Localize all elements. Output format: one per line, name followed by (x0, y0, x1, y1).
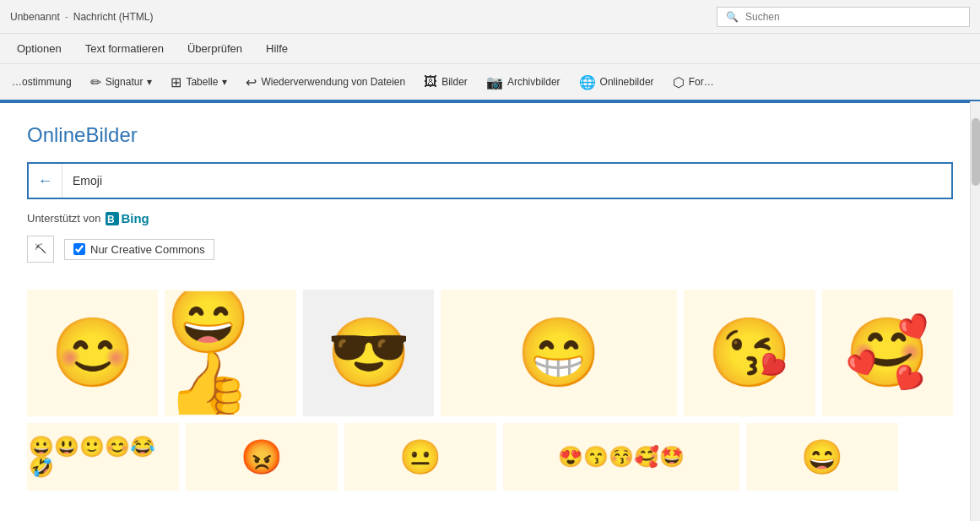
ribbon-signatur[interactable]: ✏ Signatur ▾ (82, 69, 161, 95)
image-row-1: 😊 😄👍 😎 😁 😘 🥰 (27, 290, 953, 416)
title-search-box[interactable]: 🔍 (717, 7, 970, 27)
ribbon: …ostimmung ✏ Signatur ▾ ⊞ Tabelle ▾ ↩ Wi… (0, 64, 980, 101)
ribbon-wiederverwendung[interactable]: ↩ Wiederverwendung von Dateien (237, 69, 414, 95)
emoji-small-1: 😀😃🙂😊😂🤣 (29, 437, 177, 477)
image-cell-small-5[interactable]: 😄 (746, 423, 898, 491)
doc-type: Nachricht (HTML) (73, 11, 154, 23)
panel-title: OnlineBilder (27, 123, 953, 147)
search-bar: ← (27, 162, 953, 199)
tabelle-dropdown-icon: ▾ (222, 76, 227, 88)
ribbon-onlinebilder[interactable]: 🌐 Onlinebilder (571, 69, 663, 95)
scroll-thumb[interactable] (972, 118, 980, 186)
image-cell-small-4[interactable]: 😍😙😚🥰🤩 (503, 423, 739, 491)
tabelle-label: Tabelle (186, 76, 218, 88)
ribbon-zustimmung[interactable]: …ostimmung (3, 71, 80, 93)
image-cell-small-3[interactable]: 😐 (344, 423, 496, 491)
image-cell-2[interactable]: 😄👍 (165, 290, 295, 416)
emoji-4: 😁 (517, 319, 601, 387)
search-input[interactable] (62, 167, 951, 194)
image-grid: 😊 😄👍 😎 😁 😘 🥰 😀😃🙂😊😂🤣 (0, 276, 980, 521)
signatur-icon: ✏ (90, 74, 101, 90)
ribbon-formen[interactable]: ⬡ For… (664, 69, 723, 95)
archivbilder-label: Archivbilder (507, 76, 560, 88)
image-cell-3[interactable]: 😎 (303, 290, 434, 416)
menu-optionen[interactable]: Optionen (7, 37, 72, 60)
app-name: Unbenannt (10, 11, 60, 23)
cc-checkbox-text: Nur Creative Commons (90, 243, 205, 256)
image-cell-4[interactable]: 😁 (441, 290, 677, 416)
emoji-6: 🥰 (845, 319, 929, 387)
emoji-5: 😘 (707, 319, 792, 387)
bilder-label: Bilder (441, 76, 468, 88)
filter-button[interactable]: ⛏ (27, 236, 54, 263)
emoji-small-4: 😍😙😚🥰🤩 (558, 447, 685, 467)
menu-bar: Optionen Text formatieren Überprüfen Hil… (0, 34, 980, 64)
powered-by-label: Unterstützt von (27, 212, 100, 225)
image-cell-6[interactable]: 🥰 (822, 290, 953, 416)
archivbilder-icon: 📷 (486, 74, 503, 90)
wiederverwendung-label: Wiederverwendung von Dateien (261, 76, 405, 88)
online-bilder-panel: OnlineBilder ← Unterstützt von B Bing ⛏ (0, 101, 980, 521)
scrollbar[interactable] (970, 101, 980, 521)
signatur-dropdown-icon: ▾ (147, 76, 152, 88)
zustimmung-label: …ostimmung (12, 76, 72, 88)
tabelle-icon: ⊞ (171, 74, 181, 90)
signatur-label: Signatur (106, 76, 143, 88)
cc-checkbox-label[interactable]: Nur Creative Commons (64, 239, 214, 260)
menu-hilfe[interactable]: Hilfe (256, 37, 298, 60)
ribbon-tabelle[interactable]: ⊞ Tabelle ▾ (162, 69, 236, 95)
ribbon-bilder[interactable]: 🖼 Bilder (415, 69, 476, 95)
image-cell-small-1[interactable]: 😀😃🙂😊😂🤣 (27, 423, 179, 491)
filter-icon: ⛏ (35, 242, 46, 256)
image-cell-5[interactable]: 😘 (684, 290, 815, 416)
formen-label: For… (689, 76, 714, 88)
title-bar: Unbenannt - Nachricht (HTML) 🔍 (0, 0, 980, 34)
back-button[interactable]: ← (29, 164, 62, 198)
search-icon: 🔍 (726, 11, 739, 23)
onlinebilder-icon: 🌐 (579, 74, 596, 90)
menu-ueberpruefen[interactable]: Überprüfen (177, 37, 252, 60)
emoji-1: 😊 (51, 319, 135, 387)
image-row-2: 😀😃🙂😊😂🤣 😡 😐 😍😙😚🥰🤩 😄 (27, 423, 953, 491)
bing-text: Bing (121, 211, 149, 225)
formen-icon: ⬡ (673, 74, 685, 90)
title-separator: - (65, 11, 68, 23)
emoji-small-2: 😡 (241, 437, 283, 477)
ribbon-archivbilder[interactable]: 📷 Archivbilder (478, 69, 569, 95)
onlinebilder-label: Onlinebilder (600, 76, 654, 88)
cc-checkbox-input[interactable] (73, 243, 85, 255)
menu-text-formatieren[interactable]: Text formatieren (75, 37, 174, 60)
image-cell-1[interactable]: 😊 (27, 290, 158, 416)
emoji-2: 😄👍 (166, 290, 294, 416)
back-arrow-icon: ← (38, 172, 53, 190)
bilder-icon: 🖼 (424, 74, 437, 90)
title-bar-left: Unbenannt - Nachricht (HTML) (10, 11, 153, 23)
emoji-small-3: 😐 (399, 437, 441, 477)
emoji-3: 😎 (327, 319, 411, 387)
bing-logo: B Bing (106, 211, 149, 225)
title-search-input[interactable] (745, 11, 961, 23)
bing-icon: B (106, 212, 119, 225)
filter-bar: ⛏ Nur Creative Commons (27, 236, 953, 263)
svg-text:B: B (107, 214, 115, 225)
image-cell-small-2[interactable]: 😡 (186, 423, 338, 491)
wiederverwendung-icon: ↩ (246, 74, 257, 90)
emoji-small-5: 😄 (801, 437, 843, 477)
bing-credit: Unterstützt von B Bing (27, 211, 953, 225)
panel-header: OnlineBilder ← Unterstützt von B Bing ⛏ (0, 103, 980, 276)
